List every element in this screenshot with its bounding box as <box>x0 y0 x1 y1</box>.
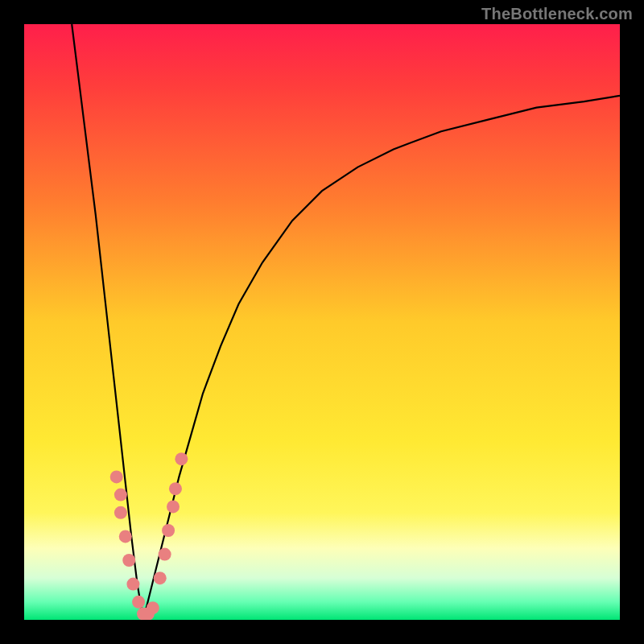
marker-point <box>126 578 139 591</box>
marker-point <box>154 572 167 584</box>
marker-point <box>162 524 175 537</box>
marker-point <box>132 596 145 609</box>
marker-point <box>114 489 127 502</box>
marker-point <box>169 482 182 495</box>
plot-area <box>24 24 620 620</box>
marker-point <box>175 452 188 465</box>
marker-point <box>159 548 171 561</box>
marker-point <box>119 530 132 543</box>
curve-layer <box>24 24 620 620</box>
chart-frame: TheBottleneck.com <box>0 0 644 644</box>
watermark-label: TheBottleneck.com <box>481 5 633 23</box>
marker-point <box>147 601 159 614</box>
curve-left <box>72 24 143 620</box>
marker-point <box>114 506 127 519</box>
marker-point <box>122 554 135 567</box>
marker-point <box>167 500 180 513</box>
marker-point <box>110 470 123 483</box>
curve-right <box>143 96 620 620</box>
